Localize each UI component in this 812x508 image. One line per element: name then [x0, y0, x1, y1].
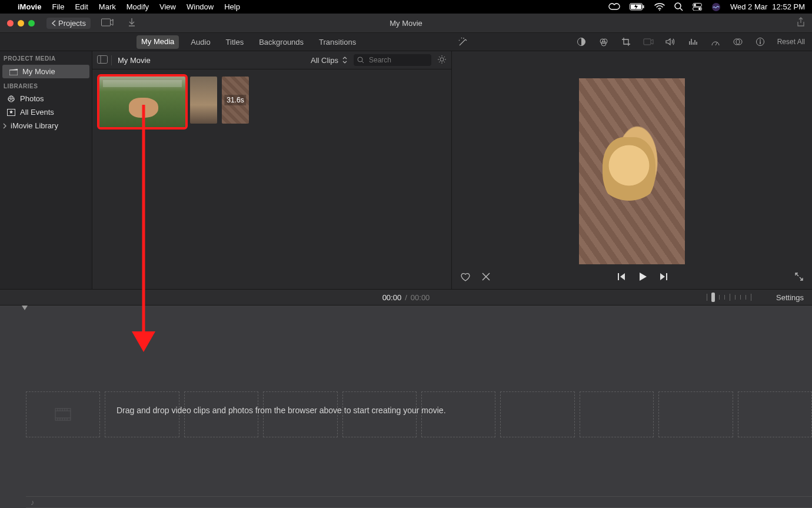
- battery-icon[interactable]: [630, 3, 645, 11]
- sidebar: PROJECT MEDIA My Movie LIBRARIES Photos …: [0, 51, 92, 289]
- music-note-icon: ♪: [31, 498, 35, 507]
- media-import-icon[interactable]: ♪: [98, 18, 118, 29]
- sidebar-item-all-events[interactable]: All Events: [0, 105, 92, 119]
- svg-rect-1: [643, 5, 644, 8]
- clip-thumbnail-3[interactable]: 31.6s: [222, 77, 249, 124]
- svg-line-18: [716, 42, 717, 45]
- timeline-slot[interactable]: [658, 391, 733, 437]
- color-correction-icon[interactable]: [598, 36, 609, 47]
- favorite-icon[interactable]: [460, 272, 471, 283]
- sidebar-item-label: My Movie: [22, 67, 55, 76]
- clip-filter-dropdown[interactable]: All Clips: [311, 56, 348, 65]
- info-icon[interactable]: [755, 36, 766, 47]
- audio-track[interactable]: ♪: [26, 496, 812, 508]
- siri-icon[interactable]: [711, 2, 721, 12]
- timeline[interactable]: Drag and drop video clips and photos fro…: [0, 306, 812, 508]
- timeline-drop-hint: Drag and drop video clips and photos fro…: [117, 406, 446, 415]
- preview-video-frame[interactable]: [579, 78, 685, 264]
- sidebar-item-photos[interactable]: Photos: [0, 92, 92, 105]
- tab-backgrounds[interactable]: Backgrounds: [255, 35, 307, 49]
- app-name[interactable]: iMovie: [18, 2, 41, 11]
- tab-audio[interactable]: Audio: [187, 35, 214, 49]
- download-icon[interactable]: [125, 18, 139, 29]
- menubar-time[interactable]: 12:52 PM: [772, 2, 805, 11]
- menu-view[interactable]: View: [159, 2, 176, 11]
- window-zoom-button[interactable]: [28, 20, 35, 26]
- sidebar-item-label: iMovie Library: [11, 121, 58, 130]
- fullscreen-icon[interactable]: [794, 272, 804, 283]
- svg-point-4: [675, 3, 681, 9]
- tab-titles[interactable]: Titles: [222, 35, 248, 49]
- svg-point-3: [659, 9, 660, 11]
- timeline-slot[interactable]: [500, 391, 574, 437]
- timeline-settings-button[interactable]: Settings: [776, 293, 804, 302]
- svg-rect-23: [760, 41, 760, 44]
- menubar-date[interactable]: Wed 2 Mar: [730, 2, 767, 11]
- reset-all-button[interactable]: Reset All: [777, 38, 805, 46]
- wifi-icon[interactable]: [654, 3, 665, 11]
- playhead[interactable]: [25, 306, 25, 314]
- next-frame-button[interactable]: [659, 272, 668, 283]
- svg-rect-11: [101, 19, 110, 26]
- svg-rect-24: [9, 70, 18, 75]
- tab-my-media[interactable]: My Media: [137, 35, 179, 49]
- timeline-slot[interactable]: [738, 391, 812, 437]
- svg-text:♪: ♪: [112, 18, 114, 22]
- sidebar-item-my-movie[interactable]: My Movie: [2, 65, 89, 78]
- chevron-right-icon: [2, 123, 7, 129]
- timeline-slot[interactable]: [580, 391, 654, 437]
- macos-menubar: iMovie File Edit Mark Modify View Window…: [0, 0, 812, 14]
- clip-thumbnail-1[interactable]: [99, 77, 185, 127]
- control-center-icon[interactable]: [693, 3, 702, 11]
- search-field[interactable]: [354, 54, 431, 66]
- zoom-slider[interactable]: [705, 293, 753, 302]
- sidebar-item-imovie-library[interactable]: iMovie Library: [0, 119, 92, 132]
- menu-edit[interactable]: Edit: [75, 2, 88, 11]
- menu-modify[interactable]: Modify: [127, 2, 149, 11]
- filmstrip-icon: [55, 408, 71, 421]
- sidebar-item-label: All Events: [20, 108, 54, 117]
- menu-file[interactable]: File: [52, 2, 64, 11]
- tab-transitions[interactable]: Transitions: [315, 35, 360, 49]
- menu-help[interactable]: Help: [224, 2, 240, 11]
- star-box-icon: [7, 109, 15, 116]
- svg-rect-30: [98, 55, 108, 63]
- clip-thumbnail-2[interactable]: [190, 77, 217, 124]
- reject-icon[interactable]: [481, 272, 491, 283]
- play-button[interactable]: [637, 271, 648, 284]
- svg-point-26: [10, 96, 12, 98]
- svg-point-9: [698, 8, 701, 10]
- svg-rect-17: [644, 39, 651, 45]
- sidebar-toggle-icon[interactable]: [97, 55, 112, 65]
- crop-icon[interactable]: [621, 36, 631, 47]
- menu-window[interactable]: Window: [187, 2, 214, 11]
- media-tabs-row: My Media Audio Titles Backgrounds Transi…: [0, 33, 812, 51]
- prev-frame-button[interactable]: [617, 272, 626, 283]
- browser-settings-icon[interactable]: [437, 55, 447, 66]
- menu-mark[interactable]: Mark: [99, 2, 116, 11]
- sidebar-header-project: PROJECT MEDIA: [0, 51, 92, 64]
- color-balance-icon[interactable]: [576, 36, 587, 47]
- back-to-projects-button[interactable]: Projects: [46, 18, 91, 29]
- svg-line-40: [444, 61, 445, 62]
- volume-icon[interactable]: [665, 36, 676, 47]
- enhance-wand-icon[interactable]: [458, 36, 468, 47]
- clapper-icon: [9, 68, 18, 75]
- window-minimize-button[interactable]: [18, 20, 24, 26]
- spotlight-icon[interactable]: [674, 2, 683, 11]
- share-button[interactable]: [797, 17, 805, 29]
- filter-icon[interactable]: [733, 36, 743, 47]
- svg-line-5: [680, 8, 683, 11]
- creative-cloud-icon[interactable]: [608, 3, 620, 11]
- time-separator: /: [401, 293, 411, 302]
- stabilization-icon[interactable]: [643, 36, 654, 47]
- media-browser: My Movie All Clips: [92, 51, 452, 289]
- noise-eq-icon[interactable]: [688, 36, 698, 47]
- window-close-button[interactable]: [7, 20, 14, 26]
- speed-icon[interactable]: [710, 36, 721, 47]
- window-title: My Movie: [390, 19, 422, 28]
- svg-rect-45: [618, 273, 619, 280]
- back-to-projects-label: Projects: [58, 19, 86, 28]
- search-input[interactable]: [368, 55, 423, 65]
- timeline-slot[interactable]: [26, 391, 100, 437]
